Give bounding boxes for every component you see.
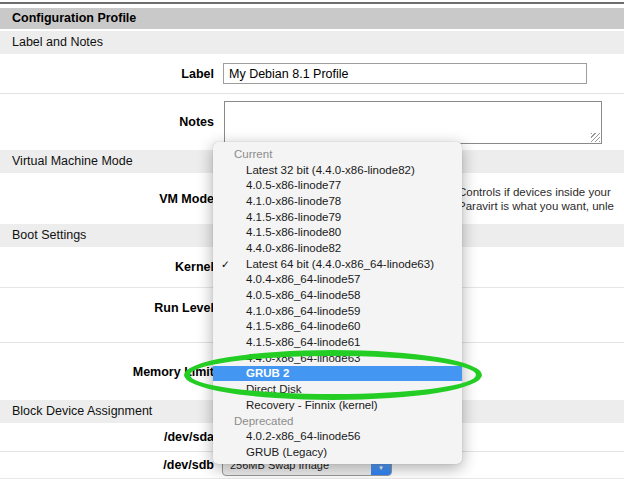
dev-sda-field-label: /dev/sda [0,430,214,444]
kernel-dropdown-option[interactable]: Direct Disk [213,381,462,397]
kernel-dropdown-option[interactable]: 4.1.5-x86-linode79 [213,209,462,225]
kernel-dropdown-group-header: Deprecated [213,413,462,429]
kernel-dropdown-option[interactable]: GRUB (Legacy) [213,444,462,460]
kernel-dropdown-option[interactable]: 4.0.2-x86_64-linode56 [213,428,462,444]
checkmark-icon: ✓ [221,258,233,270]
kernel-dropdown-option[interactable]: GRUB 2 [213,366,462,382]
memory-limit-field-label: Memory Limit [0,365,214,379]
kernel-dropdown-option[interactable]: 4.0.5-x86-linode77 [213,177,462,193]
kernel-dropdown-option[interactable]: 4.0.4-x86_64-linode57 [213,272,462,288]
run-level-field-label: Run Level [0,301,214,315]
resize-grip-icon[interactable] [591,133,600,142]
kernel-dropdown-option[interactable]: Recovery - Finnix (kernel) [213,397,462,413]
kernel-field-label: Kernel [0,260,214,274]
vm-mode-help-line2: Paravirt is what you want, unle [458,200,624,214]
page-title: Configuration Profile [0,8,624,29]
dev-sdb-field-label: /dev/sdb [0,458,214,472]
label-input[interactable] [223,63,587,84]
notes-textarea[interactable] [224,101,602,144]
kernel-dropdown-option[interactable]: 4.4.0-x86_64-linode63 [213,350,462,366]
kernel-dropdown-option[interactable]: 4.1.5-x86_64-linode60 [213,319,462,335]
section-label-and-notes: Label and Notes [0,31,624,54]
label-field-label: Label [0,67,214,81]
vm-mode-help-text: Controls if devices inside your Paravirt… [458,186,624,213]
kernel-dropdown-option[interactable]: Latest 32 bit (4.4.0-x86-linode82) [213,162,462,178]
vm-mode-help-line1: Controls if devices inside your [458,186,624,200]
kernel-dropdown-option[interactable]: 4.1.0-x86_64-linode59 [213,303,462,319]
kernel-dropdown-option[interactable]: 4.1.5-x86_64-linode61 [213,334,462,350]
notes-field-label: Notes [0,115,214,129]
kernel-dropdown-option[interactable]: 4.1.5-x86-linode80 [213,224,462,240]
vm-mode-field-label: VM Mode [0,192,214,206]
configuration-profile-page: Configuration Profile Label and Notes La… [0,0,624,479]
kernel-dropdown-option[interactable]: 4.1.0-x86-linode78 [213,193,462,209]
kernel-dropdown-option[interactable]: 4.4.0-x86-linode82 [213,240,462,256]
kernel-dropdown-option[interactable]: ✓ Latest 64 bit (4.4.0-x86_64-linode63) [213,256,462,272]
label-row: Label [0,54,624,94]
kernel-dropdown-menu: Current Latest 32 bit (4.4.0-x86-linode8… [213,142,462,464]
top-border-line [0,2,624,4]
kernel-dropdown-option[interactable]: 4.0.5-x86_64-linode58 [213,287,462,303]
kernel-dropdown-group-header: Current [213,146,462,162]
